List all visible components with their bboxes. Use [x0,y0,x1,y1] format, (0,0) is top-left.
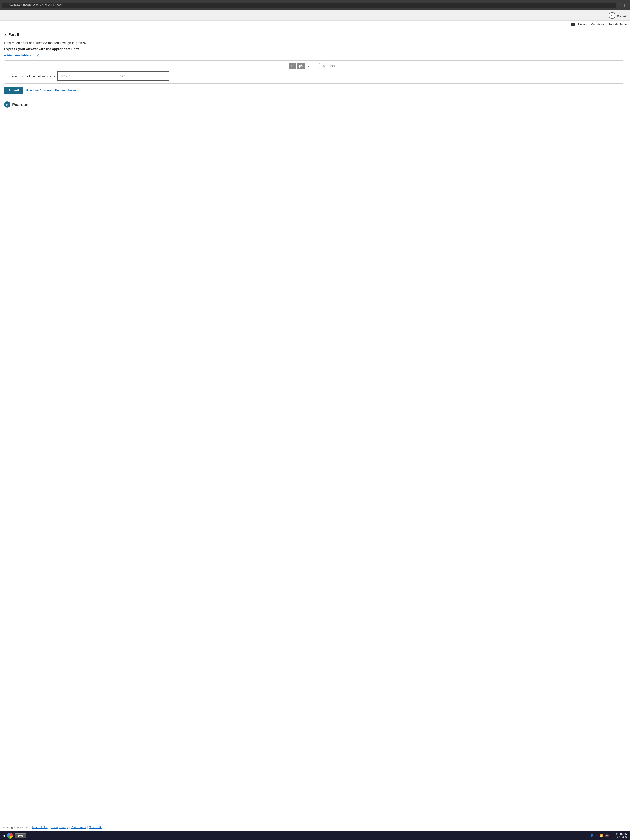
address-bar[interactable] [3,3,616,8]
footer-sep3: | [69,826,69,829]
collapse-arrow-icon[interactable]: ▼ [4,33,7,36]
constants-link[interactable]: Constants [591,23,605,26]
toolbar-row: ⊞ μÅ ↩ ↪ ↻ ⌨ ? [7,63,621,69]
mu-label: μÅ [299,65,303,68]
pagination-area: < 5 of 13 [609,12,627,19]
request-answer-link[interactable]: Request Answer [55,89,78,92]
date-display: 2/13/202 [616,835,627,839]
taskbar-system-icons: 👤 ∧ 📶 🔇 ✏ [590,834,613,837]
time-display: 11:46 PM [616,832,627,835]
bookmark-icon[interactable]: ☆ [619,3,622,8]
page-content: < 5 of 13 Review | Constants | Periodic … [0,10,630,831]
terms-link[interactable]: Terms of Use [32,826,48,829]
footer: c. All rights reserved. | Terms of Use |… [0,823,630,831]
wifi-icon: 📶 [599,834,603,837]
pen-icon: ✏ [611,834,613,837]
taskbar: ◀ 59% 👤 ∧ 📶 🔇 ✏ 11:46 PM 2/13/202 [0,831,630,840]
chrome-icon[interactable] [7,833,13,838]
footer-sep1: | [30,826,30,829]
browser-chrome: ☆ ◫ [0,0,630,10]
refresh-button[interactable]: ↻ [321,63,327,69]
hint-link[interactable]: ▶ View Available Hint(s) [4,54,624,57]
keyboard-button[interactable]: ⌨ [328,63,336,69]
sep2: | [606,23,607,26]
taskbar-right: 👤 ∧ 📶 🔇 ✏ 11:46 PM 2/13/202 [590,832,627,839]
taskbar-left: ◀ 59% [3,833,26,838]
people-icon: 👤 [590,834,594,837]
pearson-area: P Pearson [4,101,624,108]
answer-box: ⊞ μÅ ↩ ↪ ↻ ⌨ ? [4,60,624,84]
back-arrow-icon[interactable]: ◀ [3,834,5,838]
review-link[interactable]: Review [578,23,587,26]
hint-label: View Available Hint(s) [7,54,39,57]
footer-sep4: | [87,826,87,829]
input-label: mass of one molecule of sucrose = [7,74,55,78]
taskbar-time: 11:46 PM 2/13/202 [616,832,627,839]
contact-link[interactable]: Contact Us [89,826,102,829]
part-title: Part B [8,33,19,37]
action-row: Submit Previous Answers Request Answer [4,87,624,97]
keyboard-icon: ⌨ [330,65,335,68]
pearson-icon: P [4,101,10,108]
input-row: mass of one molecule of sucrose = [7,71,621,81]
footer-sep2: | [49,826,50,829]
sep1: | [589,23,590,26]
tab-icon[interactable]: ◫ [624,3,627,8]
periodic-table-link[interactable]: Periodic Table [608,23,627,26]
part-header: ▼ Part B [4,33,624,37]
redo-icon: ↪ [316,65,318,68]
question-instruction: Express your answer with the appropriate… [4,47,624,51]
copyright-text: c. All rights reserved. [3,826,28,829]
pearson-name: Pearson [12,102,28,107]
privacy-link[interactable]: Privacy Policy [51,826,68,829]
value-input[interactable] [57,71,113,81]
help-icon[interactable]: ? [338,64,339,68]
permissions-link[interactable]: Permissions [71,826,85,829]
undo-button[interactable]: ↩ [306,63,312,69]
battery-indicator: 59% [15,833,26,838]
volume-icon: 🔇 [605,834,609,837]
refresh-icon: ↻ [323,65,325,68]
chevron-icon: ∧ [595,834,598,837]
hint-arrow-icon: ▶ [4,54,6,57]
matrix-button[interactable]: ⊞ [289,63,296,69]
ref-bar: Review | Constants | Periodic Table [0,21,630,28]
units-input[interactable] [113,71,169,81]
main-content: ▼ Part B How much does one sucrose molec… [0,28,630,823]
redo-button[interactable]: ↪ [314,63,320,69]
question-text: How much does one sucrose molecule weigh… [4,41,624,46]
undo-icon: ↩ [308,65,310,68]
submit-button[interactable]: Submit [4,87,23,94]
mu-button[interactable]: μÅ [297,63,305,69]
prev-answers-link[interactable]: Previous Answers [27,89,52,92]
top-toolbar: < 5 of 13 [0,10,630,21]
pagination-text: 5 of 13 [617,14,627,17]
matrix-icon: ⊞ [291,65,294,68]
ref-icon [571,23,575,26]
prev-page-button[interactable]: < [609,12,616,19]
